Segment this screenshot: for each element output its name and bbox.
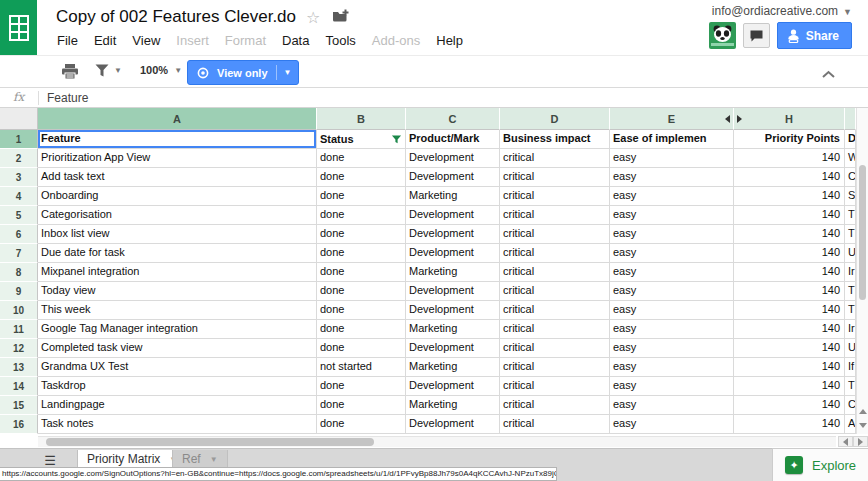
row-header-9[interactable]: 9 bbox=[0, 282, 38, 301]
cell-B10[interactable]: done bbox=[317, 301, 406, 320]
formula-bar[interactable]: fx Feature bbox=[0, 88, 868, 108]
cell-A5[interactable]: Categorisation bbox=[38, 206, 317, 225]
cell-B16[interactable]: done bbox=[317, 415, 406, 434]
cell-C2[interactable]: Development bbox=[406, 149, 500, 168]
cell-D15[interactable]: critical bbox=[500, 396, 610, 415]
cell-H14[interactable]: 140 bbox=[734, 377, 845, 396]
cell-I1[interactable]: D bbox=[845, 130, 856, 149]
cell-C7[interactable]: Development bbox=[406, 244, 500, 263]
cell-B12[interactable]: done bbox=[317, 339, 406, 358]
cell-I11[interactable]: Ir bbox=[845, 320, 856, 339]
scroll-right-button[interactable] bbox=[853, 436, 868, 447]
sheets-logo-icon[interactable] bbox=[0, 0, 37, 55]
cell-B3[interactable]: done bbox=[317, 168, 406, 187]
cell-C12[interactable]: Development bbox=[406, 339, 500, 358]
profile-avatar[interactable] bbox=[709, 22, 736, 49]
cell-A6[interactable]: Inbox list view bbox=[38, 225, 317, 244]
cell-A16[interactable]: Task notes bbox=[38, 415, 317, 434]
cell-H8[interactable]: 140 bbox=[734, 263, 845, 282]
row-header-10[interactable]: 10 bbox=[0, 301, 38, 320]
cell-B13[interactable]: not started bbox=[317, 358, 406, 377]
cell-D3[interactable]: critical bbox=[500, 168, 610, 187]
formula-input[interactable]: Feature bbox=[47, 91, 88, 105]
cell-A10[interactable]: This week bbox=[38, 301, 317, 320]
hidden-columns-right-icon[interactable] bbox=[737, 115, 742, 123]
comment-button[interactable] bbox=[743, 23, 770, 48]
cell-B8[interactable]: done bbox=[317, 263, 406, 282]
chevron-down-icon[interactable]: ▼ bbox=[210, 455, 218, 464]
hidden-columns-left-icon[interactable] bbox=[725, 115, 730, 123]
cell-D12[interactable]: critical bbox=[500, 339, 610, 358]
cell-I15[interactable]: C bbox=[845, 396, 856, 415]
filter-button[interactable]: ▼ bbox=[95, 64, 122, 77]
row-header-14[interactable]: 14 bbox=[0, 377, 38, 396]
cell-D14[interactable]: critical bbox=[500, 377, 610, 396]
cell-I6[interactable]: T bbox=[845, 225, 856, 244]
zoom-control[interactable]: 100% ▼ bbox=[140, 64, 182, 76]
cell-E4[interactable]: easy bbox=[610, 187, 734, 206]
cell-H13[interactable]: 140 bbox=[734, 358, 845, 377]
scroll-up-button[interactable] bbox=[857, 405, 868, 418]
cell-D13[interactable]: critical bbox=[500, 358, 610, 377]
cell-I7[interactable]: U bbox=[845, 244, 856, 263]
select-all-corner[interactable] bbox=[0, 108, 38, 130]
cell-D6[interactable]: critical bbox=[500, 225, 610, 244]
cell-E2[interactable]: easy bbox=[610, 149, 734, 168]
cell-C13[interactable]: Marketing bbox=[406, 358, 500, 377]
row-header-5[interactable]: 5 bbox=[0, 206, 38, 225]
cell-A14[interactable]: Taskdrop bbox=[38, 377, 317, 396]
cell-A8[interactable]: Mixpanel integration bbox=[38, 263, 317, 282]
cell-H11[interactable]: 140 bbox=[734, 320, 845, 339]
cell-A7[interactable]: Due date for task bbox=[38, 244, 317, 263]
column-filter-icon[interactable] bbox=[391, 134, 402, 145]
cell-A9[interactable]: Today view bbox=[38, 282, 317, 301]
scroll-down-button[interactable] bbox=[857, 419, 868, 432]
column-header-H[interactable]: H bbox=[734, 108, 845, 130]
cell-D8[interactable]: critical bbox=[500, 263, 610, 282]
cell-I8[interactable]: Ir bbox=[845, 263, 856, 282]
cell-A1[interactable]: Feature bbox=[38, 130, 317, 149]
cell-E6[interactable]: easy bbox=[610, 225, 734, 244]
cell-B2[interactable]: done bbox=[317, 149, 406, 168]
cell-I16[interactable]: A bbox=[845, 415, 856, 434]
menu-data[interactable]: Data bbox=[274, 30, 317, 51]
cell-E5[interactable]: easy bbox=[610, 206, 734, 225]
cell-B9[interactable]: done bbox=[317, 282, 406, 301]
menu-help[interactable]: Help bbox=[428, 30, 471, 51]
menu-view[interactable]: View bbox=[124, 30, 168, 51]
cell-B15[interactable]: done bbox=[317, 396, 406, 415]
cell-B7[interactable]: done bbox=[317, 244, 406, 263]
cell-C11[interactable]: Marketing bbox=[406, 320, 500, 339]
collapse-toolbar-button[interactable] bbox=[821, 65, 836, 83]
column-header-partial[interactable] bbox=[845, 108, 856, 130]
cell-H3[interactable]: 140 bbox=[734, 168, 845, 187]
cell-E16[interactable]: easy bbox=[610, 415, 734, 434]
row-header-3[interactable]: 3 bbox=[0, 168, 38, 187]
cell-E7[interactable]: easy bbox=[610, 244, 734, 263]
cell-C3[interactable]: Development bbox=[406, 168, 500, 187]
cell-B4[interactable]: done bbox=[317, 187, 406, 206]
cell-I3[interactable]: C bbox=[845, 168, 856, 187]
document-title[interactable]: Copy of 002 Features Clever.do bbox=[56, 7, 296, 27]
cell-I2[interactable]: W bbox=[845, 149, 856, 168]
cell-E11[interactable]: easy bbox=[610, 320, 734, 339]
row-header-6[interactable]: 6 bbox=[0, 225, 38, 244]
share-button[interactable]: Share bbox=[777, 22, 852, 49]
cell-A2[interactable]: Prioritization App View bbox=[38, 149, 317, 168]
cell-B1[interactable]: Status bbox=[317, 130, 406, 149]
cell-H12[interactable]: 140 bbox=[734, 339, 845, 358]
cell-D10[interactable]: critical bbox=[500, 301, 610, 320]
column-header-E[interactable]: E bbox=[610, 108, 734, 130]
cell-I10[interactable]: T bbox=[845, 301, 856, 320]
row-header-11[interactable]: 11 bbox=[0, 320, 38, 339]
cell-B5[interactable]: done bbox=[317, 206, 406, 225]
cell-C5[interactable]: Development bbox=[406, 206, 500, 225]
cell-I5[interactable]: T bbox=[845, 206, 856, 225]
menu-edit[interactable]: Edit bbox=[86, 30, 124, 51]
cell-D4[interactable]: critical bbox=[500, 187, 610, 206]
column-header-B[interactable]: B bbox=[317, 108, 406, 130]
horizontal-scrollbar-thumb[interactable] bbox=[46, 438, 374, 446]
vertical-scrollbar-thumb[interactable] bbox=[859, 165, 866, 300]
cell-H5[interactable]: 140 bbox=[734, 206, 845, 225]
cell-C16[interactable]: Development bbox=[406, 415, 500, 434]
